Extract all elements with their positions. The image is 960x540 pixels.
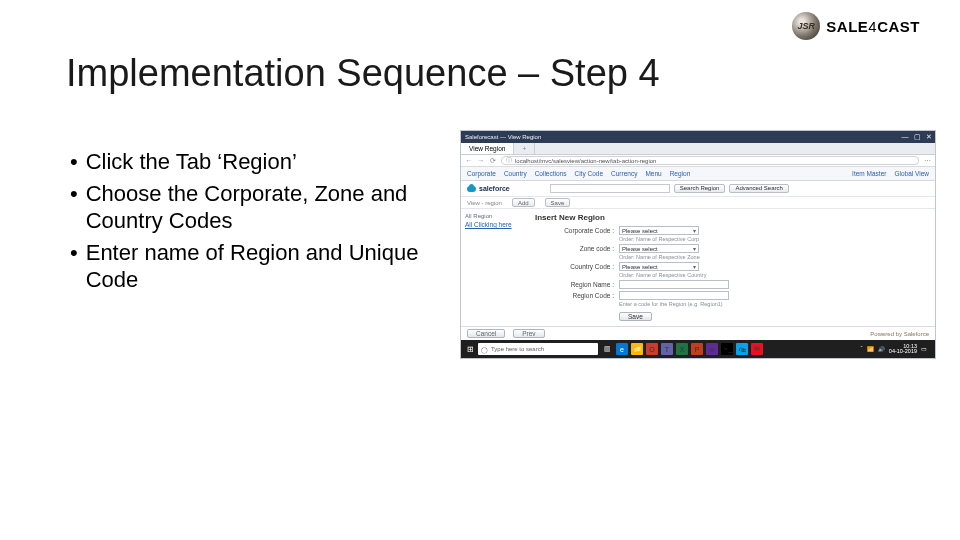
label-region-name: Region Name : — [535, 280, 619, 288]
search-icon: ◯ — [481, 346, 488, 353]
top-nav: Corporate Country Collections City Code … — [461, 167, 935, 181]
tray-chevron-icon[interactable]: ˄ — [860, 346, 863, 352]
start-icon[interactable]: ⊞ — [465, 344, 475, 354]
select-corporate-code[interactable]: Please select — [619, 226, 699, 235]
select-country-code[interactable]: Please select — [619, 262, 699, 271]
clock[interactable]: 10:13 04-10-2019 — [889, 344, 917, 355]
bullet-dot: • — [70, 239, 78, 294]
taskbar: ⊞ ◯ Type here to search ▥ e 📁 O T X P ∞ … — [461, 340, 935, 358]
taskbar-search[interactable]: ◯ Type here to search — [478, 343, 598, 355]
label-country-code: Country Code : — [535, 262, 619, 270]
footer-bar: Cancel Prev Powered by Saleforce — [461, 326, 935, 340]
edge-icon[interactable]: e — [616, 343, 628, 355]
bullet-dot: • — [70, 148, 78, 176]
label-corporate-code: Corporate Code : — [535, 226, 619, 234]
volume-icon[interactable]: 🔊 — [878, 346, 885, 352]
nav-global-view[interactable]: Global View — [894, 170, 929, 177]
select-zone-code[interactable]: Please select — [619, 244, 699, 253]
hint-country: Order: Name of Respective Country — [619, 272, 706, 278]
embedded-screenshot: Saleforecast — View Region — ▢ ✕ View Re… — [460, 130, 936, 359]
url-text: localhost/mvc/salesview/action-new/tab-a… — [515, 158, 656, 164]
cloud-icon — [467, 186, 476, 192]
maximize-icon[interactable]: ▢ — [911, 133, 923, 141]
search-area: Search Region Advanced Search — [550, 184, 789, 193]
cancel-button[interactable]: Cancel — [467, 329, 505, 338]
browser-tabs: View Region + — [461, 143, 935, 155]
window-title: Saleforecast — View Region — [465, 134, 541, 140]
close-icon[interactable]: ✕ — [923, 133, 935, 141]
logo-mark: JSR — [792, 12, 820, 40]
toolbar-row: View - region Add Save — [461, 197, 935, 209]
search-input[interactable] — [550, 184, 670, 193]
notifications-icon[interactable]: ▭ — [921, 346, 927, 352]
nav-menu[interactable]: Menu — [645, 170, 661, 177]
mail-icon[interactable]: ✉ — [751, 343, 763, 355]
input-region-code[interactable] — [619, 291, 729, 300]
prev-button[interactable]: Prev — [513, 329, 544, 338]
window-titlebar: Saleforecast — View Region — ▢ ✕ — [461, 131, 935, 143]
app-header: saleforce Search Region Advanced Search — [461, 181, 935, 197]
opera-icon[interactable]: O — [646, 343, 658, 355]
logo-word-1: SALE — [826, 18, 868, 35]
bullet-1: Click the Tab ‘Region’ — [86, 148, 420, 176]
hint-corporate: Order: Name of Respective Corp — [619, 236, 699, 242]
back-icon[interactable]: ← — [465, 157, 473, 165]
form-panel: Insert New Region Corporate Code : Pleas… — [529, 209, 935, 326]
lock-icon: ⓘ — [506, 156, 512, 165]
add-button[interactable]: Add — [512, 198, 535, 207]
tab-new[interactable]: + — [514, 143, 535, 154]
forward-icon[interactable]: → — [477, 157, 485, 165]
sidebar-header: All Region — [465, 213, 525, 219]
nav-currency[interactable]: Currency — [611, 170, 637, 177]
address-bar[interactable]: ⓘ localhost/mvc/salesview/action-new/tab… — [501, 156, 919, 165]
bullet-list: •Click the Tab ‘Region’ •Choose the Corp… — [70, 148, 420, 298]
store-icon[interactable]: 🛍 — [736, 343, 748, 355]
nav-region[interactable]: Region — [670, 170, 691, 177]
address-bar-row: ← → ⟳ ⓘ localhost/mvc/salesview/action-n… — [461, 155, 935, 167]
app-name: saleforce — [479, 185, 510, 192]
cmd-icon[interactable]: ＞_ — [721, 343, 733, 355]
taskbar-search-placeholder: Type here to search — [491, 346, 544, 352]
label-region-code: Region Code : — [535, 291, 619, 299]
minimize-icon[interactable]: — — [899, 133, 911, 141]
logo-text: SALE4CAST — [826, 18, 920, 35]
label-zone-code: Zone code : — [535, 244, 619, 252]
powered-by: Powered by Saleforce — [870, 331, 929, 337]
input-region-name[interactable] — [619, 280, 729, 289]
sidebar-link-all[interactable]: All Clicking here — [465, 221, 525, 228]
excel-icon[interactable]: X — [676, 343, 688, 355]
sidebar: All Region All Clicking here — [461, 209, 529, 326]
save-top-button[interactable]: Save — [545, 198, 571, 207]
slide-title: Implementation Sequence – Step 4 — [66, 52, 660, 95]
nav-corporate[interactable]: Corporate — [467, 170, 496, 177]
logo-word-3: CAST — [877, 18, 920, 35]
nav-country[interactable]: Country — [504, 170, 527, 177]
form-title: Insert New Region — [535, 213, 929, 222]
logo-word-2: 4 — [868, 18, 877, 35]
bullet-3: Enter name of Region and Unique Code — [86, 239, 420, 294]
tab-view-region[interactable]: View Region — [461, 143, 514, 154]
task-view-icon[interactable]: ▥ — [601, 343, 613, 355]
hint-region-code: Enter a code for the Region (e.g. Region… — [619, 301, 729, 307]
system-tray[interactable]: ˄ 📶 🔊 10:13 04-10-2019 ▭ — [860, 344, 931, 355]
nav-collections[interactable]: Collections — [535, 170, 567, 177]
nav-item-master[interactable]: Item Master — [852, 170, 886, 177]
app-logo: saleforce — [467, 185, 510, 192]
folder-icon[interactable]: 📁 — [631, 343, 643, 355]
nav-city-code[interactable]: City Code — [574, 170, 603, 177]
menu-icon[interactable]: ⋯ — [923, 157, 931, 165]
breadcrumb: View - region — [467, 200, 502, 206]
advanced-search-button[interactable]: Advanced Search — [729, 184, 788, 193]
bullet-2: Choose the Corporate, Zone and Country C… — [86, 180, 420, 235]
powerpoint-icon[interactable]: P — [691, 343, 703, 355]
clock-date: 04-10-2019 — [889, 349, 917, 355]
reload-icon[interactable]: ⟳ — [489, 157, 497, 165]
teams-icon[interactable]: T — [661, 343, 673, 355]
save-button[interactable]: Save — [619, 312, 652, 321]
vs-icon[interactable]: ∞ — [706, 343, 718, 355]
wifi-icon[interactable]: 📶 — [867, 346, 874, 352]
bullet-dot: • — [70, 180, 78, 235]
brand-logo: JSR SALE4CAST — [792, 12, 920, 40]
search-region-button[interactable]: Search Region — [674, 184, 726, 193]
hint-zone: Order: Name of Respective Zone — [619, 254, 700, 260]
